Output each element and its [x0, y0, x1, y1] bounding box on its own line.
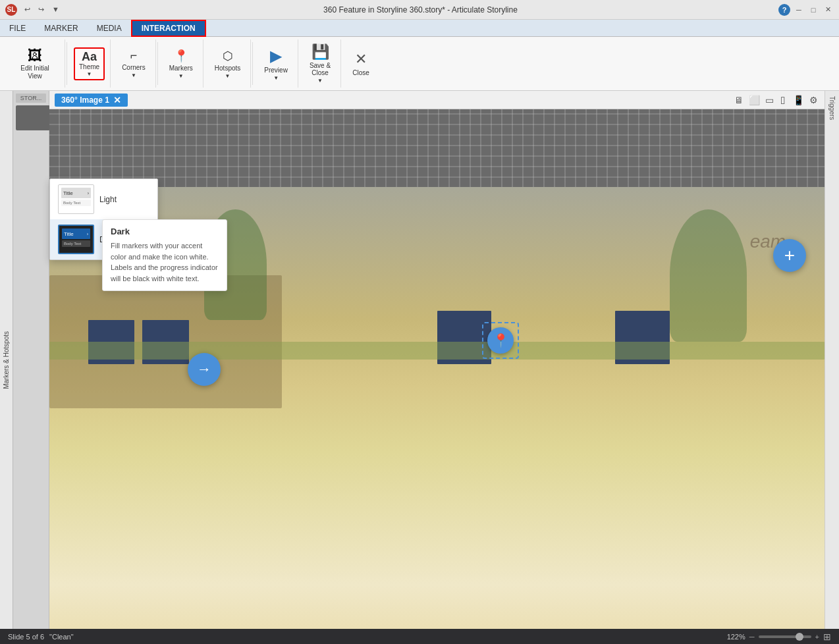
edit-initial-view-icon-row: 🖼: [28, 47, 42, 65]
sep2: [157, 42, 158, 85]
save-icon: 💾: [311, 43, 329, 61]
image-frame-icon: 🖼: [28, 47, 42, 65]
layout-button[interactable]: ⊞: [823, 631, 831, 642]
slide-panel: STOR...: [13, 91, 49, 629]
title-bar: SL ↩ ↪ ▼ 360 Feature in Storyline 360.st…: [0, 0, 839, 20]
canvas-title: 360° Image 1: [61, 95, 109, 105]
zoom-out-icon[interactable]: ─: [749, 633, 755, 641]
status-bar: Slide 5 of 6 "Clean" 122% ─ + ⊞: [0, 629, 839, 644]
close-ribbon-label: Close: [352, 69, 369, 76]
preview-dropdown-arrow: ▼: [273, 75, 279, 81]
corners-dropdown-arrow: ▼: [131, 72, 136, 78]
main-content: Markers & Hotspots STOR... 360° Image 1 …: [0, 91, 839, 629]
save-close-dropdown-arrow: ▼: [317, 78, 323, 84]
theme-light-preview: Title › Body Text: [58, 184, 94, 214]
canvas-toolbar: 360° Image 1 ✕ 🖥 ⬜ ▭ ▭ 📱 ⚙: [49, 91, 825, 109]
desk-dividers: [49, 342, 825, 360]
edit-initial-view-group: 🖼 Edit Initial View: [5, 40, 65, 88]
preview-buttons: ▶ Preview ▼: [259, 41, 292, 86]
theme-dropdown-arrow: ▼: [87, 71, 92, 77]
nav-arrow-icon: →: [197, 361, 211, 378]
zoom-slider[interactable]: [759, 635, 811, 638]
tooltip-text: Fill markers with your accent color and …: [111, 240, 219, 284]
theme-button[interactable]: Aa Theme ▼: [74, 47, 105, 80]
save-close-label: Save &Close: [310, 62, 331, 76]
restore-button[interactable]: □: [807, 4, 819, 16]
tab-file[interactable]: FILE: [0, 20, 35, 37]
story-label: STOR...: [16, 94, 46, 103]
title-bar-left: SL ↩ ↪ ▼: [5, 3, 63, 16]
light-preview-body: Body Text: [61, 200, 91, 206]
save-close-button[interactable]: 💾 Save &Close ▼: [305, 41, 335, 86]
ribbon: FILE MARKER MEDIA INTERACTION 🖼 Edit Ini…: [0, 20, 839, 91]
preview-icon: ▶: [270, 47, 282, 65]
tab-media[interactable]: MEDIA: [88, 20, 131, 37]
hotspot-marker[interactable]: 📍: [487, 327, 514, 354]
zoom-in-icon[interactable]: +: [815, 633, 819, 641]
edit-initial-view-button[interactable]: 🖼 Edit Initial View: [11, 44, 59, 84]
theme-icon: Aa: [82, 51, 97, 63]
tab-interaction[interactable]: INTERACTION: [131, 20, 206, 37]
ribbon-tabs: FILE MARKER MEDIA INTERACTION: [0, 20, 839, 37]
tooltip-title: Dark: [111, 227, 219, 236]
quick-access-dropdown[interactable]: ▼: [49, 3, 63, 16]
triggers-panel[interactable]: Triggers: [825, 91, 839, 629]
canvas-label: 360° Image 1 ✕: [55, 94, 128, 107]
edit-initial-view-buttons: 🖼 Edit Initial View: [11, 41, 59, 86]
ceiling-area: [49, 109, 825, 187]
markers-buttons: 📍 Markers ▼: [165, 41, 198, 86]
corners-group: ⌐ Corners ▼: [112, 40, 156, 88]
markers-icon: 📍: [174, 49, 188, 63]
dark-preview-body: Body Text: [62, 240, 90, 247]
undo-button[interactable]: ↩: [21, 3, 34, 16]
zoom-thumb[interactable]: [796, 633, 803, 641]
close-button[interactable]: ✕: [822, 4, 834, 16]
hotspots-icon: ⬡: [223, 49, 233, 63]
tablet-portrait-button[interactable]: ▭: [777, 94, 790, 105]
close-buttons: ✕ Close: [348, 41, 374, 86]
theme-name-status: "Clean": [49, 633, 74, 641]
office-360-view: eam → 📍 +: [49, 109, 825, 629]
theme-label: Theme: [79, 63, 99, 70]
preview-group: ▶ Preview ▼: [254, 40, 298, 88]
markers-hotspots-sidebar[interactable]: Markers & Hotspots: [0, 91, 13, 629]
theme-group: Aa Theme ▼: [68, 40, 111, 88]
tablet-landscape-button[interactable]: ▭: [764, 94, 775, 107]
desktop-view-button[interactable]: 🖥: [733, 94, 745, 107]
close-ribbon-icon: ✕: [355, 51, 367, 68]
canvas-close-button[interactable]: ✕: [113, 95, 121, 105]
minimize-button[interactable]: ─: [793, 4, 805, 16]
tab-marker[interactable]: MARKER: [35, 20, 87, 37]
window-view-button[interactable]: ⬜: [747, 94, 761, 107]
plant-right: [670, 209, 747, 342]
theme-option-light[interactable]: Title › Body Text Light: [50, 179, 157, 219]
image-area: eam → 📍 +: [49, 109, 825, 629]
hotspot-selection-box: [482, 322, 519, 359]
markers-dropdown-arrow: ▼: [178, 73, 184, 79]
slide-info: Slide 5 of 6: [8, 633, 44, 641]
markers-hotspots-label: Markers & Hotspots: [3, 331, 10, 389]
save-close-buttons: 💾 Save &Close ▼: [305, 41, 335, 86]
corners-label: Corners: [122, 64, 146, 71]
ribbon-content: 🖼 Edit Initial View Aa Theme ▼: [0, 37, 839, 90]
add-marker-button[interactable]: +: [773, 239, 806, 272]
dark-preview-title: Title ›: [62, 228, 90, 239]
redo-button[interactable]: ↪: [35, 3, 47, 16]
slide-thumbnail[interactable]: [16, 105, 50, 130]
preview-button[interactable]: ▶ Preview ▼: [259, 44, 292, 84]
add-marker-icon: +: [784, 245, 795, 266]
corners-button[interactable]: ⌐ Corners ▼: [117, 46, 150, 81]
hotspots-button[interactable]: ⬡ Hotspots ▼: [210, 46, 245, 82]
help-button[interactable]: ?: [778, 4, 790, 16]
markers-label: Markers: [169, 65, 193, 72]
corners-icon: ⌐: [130, 49, 138, 63]
navigation-arrow[interactable]: →: [188, 353, 221, 386]
close-ribbon-button[interactable]: ✕ Close: [348, 48, 374, 79]
hotspots-buttons: ⬡ Hotspots ▼: [210, 41, 245, 86]
window-controls: ? ─ □ ✕: [778, 4, 834, 16]
settings-button[interactable]: ⚙: [808, 94, 819, 107]
markers-button[interactable]: 📍 Markers ▼: [165, 46, 198, 82]
theme-light-name: Light: [99, 195, 117, 204]
theme-dark-preview: Title › Body Text: [58, 225, 94, 254]
mobile-view-button[interactable]: 📱: [792, 94, 805, 107]
